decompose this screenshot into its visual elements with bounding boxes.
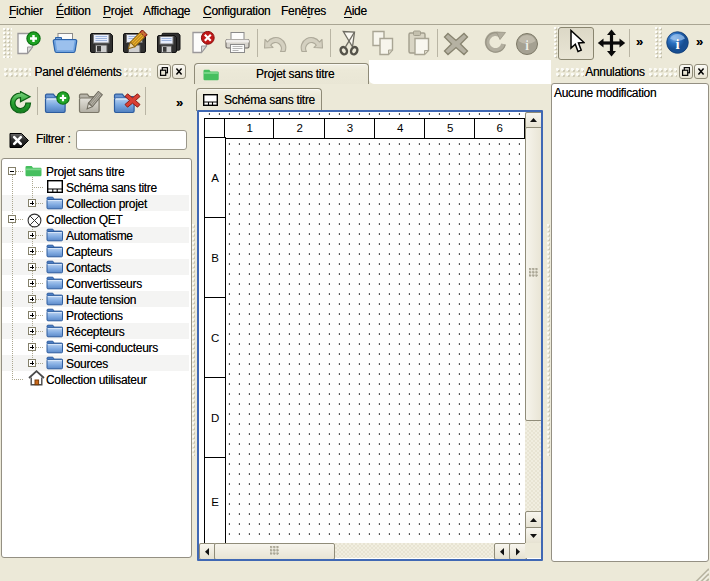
svg-text:i: i [525, 37, 529, 53]
svg-text:i: i [676, 36, 680, 52]
